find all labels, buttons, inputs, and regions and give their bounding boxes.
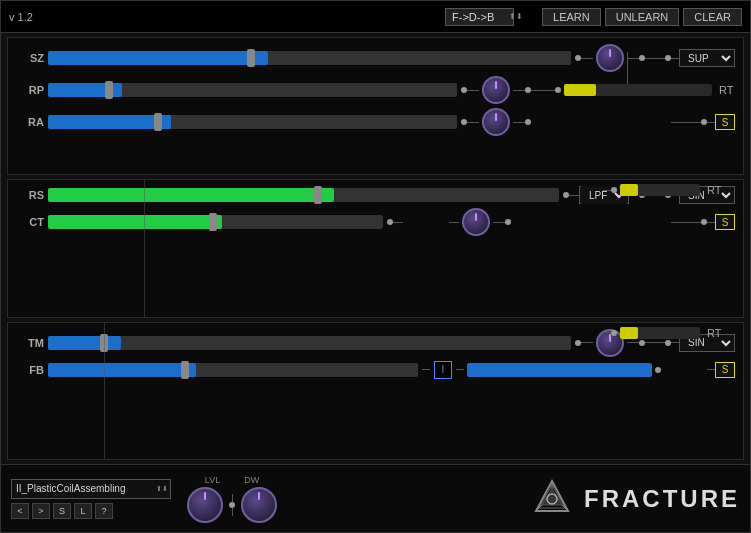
tm-wire2 — [627, 342, 639, 343]
lvl-label: LVL — [205, 475, 220, 485]
preset-next-button[interactable]: > — [32, 503, 50, 519]
rp-wire1 — [467, 90, 479, 91]
lvl-dw-section: LVL DW — [187, 475, 277, 523]
ct-row: CT — [16, 208, 735, 236]
section-2: RS LPF SIN — [7, 179, 744, 317]
fb-i-button[interactable]: I — [434, 361, 452, 379]
ct-wire2 — [449, 222, 459, 223]
rp-wire2 — [513, 90, 525, 91]
bottom-bar: II_PlasticCoilAssembling < > S L ? LVL D… — [1, 464, 750, 532]
sz-knob[interactable] — [596, 44, 624, 72]
sec2-vert-left — [144, 180, 145, 316]
preset-load-button[interactable]: L — [74, 503, 92, 519]
version-label: v 1.2 — [9, 11, 33, 23]
fb-row: FB I S — [16, 361, 735, 379]
fb-s-area: S — [661, 362, 735, 378]
tm-label: TM — [16, 337, 44, 349]
ra-s-button[interactable]: S — [715, 114, 735, 130]
ra-knob[interactable] — [482, 108, 510, 136]
routing-select-wrapper[interactable]: F->D->B — [445, 8, 526, 26]
ra-wire1 — [467, 122, 479, 123]
rs-wire1 — [569, 195, 579, 196]
fb-s-button[interactable]: S — [715, 362, 735, 378]
section-3: TM SIN — [7, 322, 744, 460]
ra-slider[interactable] — [48, 115, 457, 129]
preset-prev-button[interactable]: < — [11, 503, 29, 519]
sz-wire3 — [645, 58, 665, 59]
ra-label: RA — [16, 116, 44, 128]
dw-knob[interactable] — [241, 487, 277, 523]
section-1: SZ SUP — [7, 37, 744, 175]
tm-wire4 — [671, 342, 679, 343]
ra-wire2 — [513, 122, 525, 123]
fracture-logo-icon — [530, 477, 574, 521]
preset-save-button[interactable]: S — [53, 503, 71, 519]
learn-button[interactable]: LEARN — [542, 8, 601, 26]
preset-help-button[interactable]: ? — [95, 503, 113, 519]
sz-wire2 — [627, 58, 639, 59]
fb-label: FB — [16, 364, 44, 376]
fb-i-area: I — [434, 361, 452, 379]
clear-button[interactable]: CLEAR — [683, 8, 742, 26]
ct-label: CT — [16, 216, 44, 228]
sz-label: SZ — [16, 52, 44, 64]
sec3-vert-left — [104, 323, 105, 459]
ct-s-area: S — [511, 214, 735, 230]
preset-select[interactable]: II_PlasticCoilAssembling — [11, 479, 171, 499]
rs-slider[interactable] — [48, 188, 559, 202]
rs-label: RS — [16, 189, 44, 201]
knob-labels: LVL DW — [205, 475, 259, 485]
rp-rt-area: RT — [531, 84, 735, 96]
ra-s-area: S — [531, 114, 735, 130]
routing-select[interactable]: F->D->B — [445, 8, 514, 26]
sec1-vert-wire — [627, 52, 628, 84]
ct-knob[interactable] — [462, 208, 490, 236]
fb-wire1 — [422, 369, 430, 370]
ct-wire3 — [493, 222, 505, 223]
tm-rt-label: RT — [707, 327, 723, 339]
rp-label: RP — [16, 84, 44, 96]
rs-rt-overlay: RT — [603, 184, 723, 196]
ra-knob-wrapper — [479, 108, 513, 136]
rp-slider[interactable] — [48, 83, 457, 97]
sz-wire1 — [581, 58, 593, 59]
sz-select[interactable]: SUP — [679, 49, 735, 67]
rp-rt-label: RT — [719, 84, 735, 96]
ct-wire1 — [393, 222, 403, 223]
rp-knob-wrapper — [479, 76, 513, 104]
tm-slider[interactable] — [48, 336, 571, 350]
rp-dot3 — [555, 87, 561, 93]
tm-rt-overlay: RT — [603, 327, 723, 339]
tm-wire1 — [581, 342, 593, 343]
ra-row: RA S — [16, 108, 735, 136]
preset-area: II_PlasticCoilAssembling < > S L ? — [11, 479, 171, 519]
unlearn-button[interactable]: UNLEARN — [605, 8, 680, 26]
logo-text: FRACTURE — [584, 485, 740, 513]
tm-rt-dot — [611, 330, 617, 336]
fb-wire2 — [456, 369, 464, 370]
ct-knob-wrapper — [459, 208, 493, 236]
preset-nav: < > S L ? — [11, 503, 171, 519]
top-bar: v 1.2 F->D->B LEARN UNLEARN CLEAR — [1, 1, 750, 33]
preset-select-wrapper[interactable]: II_PlasticCoilAssembling — [11, 479, 171, 499]
rp-knob[interactable] — [482, 76, 510, 104]
logo-area: FRACTURE — [530, 477, 740, 521]
lvl-knob[interactable] — [187, 487, 223, 523]
tm-wire3 — [645, 342, 665, 343]
rs-rt-dot — [611, 187, 617, 193]
dw-label: DW — [244, 475, 259, 485]
sz-slider[interactable] — [48, 51, 571, 65]
sz-knob-wrapper — [593, 44, 627, 72]
rs-rt-label: RT — [707, 184, 723, 196]
sz-wire4 — [671, 58, 679, 59]
fb-right-slider[interactable] — [467, 363, 652, 377]
knobs-row — [187, 487, 277, 523]
ct-s-button[interactable]: S — [715, 214, 735, 230]
sz-right-select-wrapper[interactable]: SUP — [679, 49, 735, 67]
ct-slider[interactable] — [48, 215, 383, 229]
sections-area: SZ SUP — [1, 33, 750, 464]
